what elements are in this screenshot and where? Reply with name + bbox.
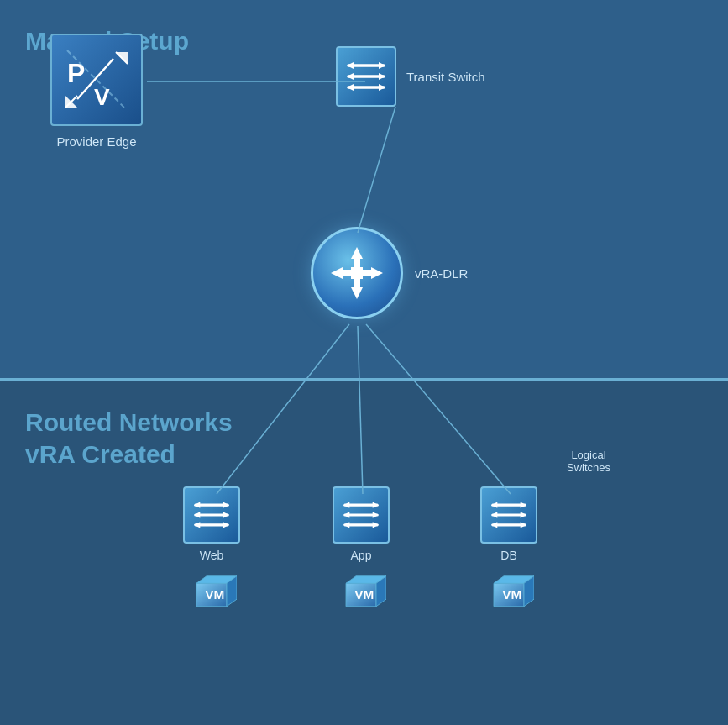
logical-switches-label: LogicalSwitches (567, 449, 610, 474)
vra-dlr-icon (311, 227, 403, 319)
provider-edge-icon: P V (50, 34, 143, 126)
svg-marker-18 (379, 84, 385, 91)
svg-marker-26 (331, 267, 343, 279)
svg-text:VM: VM (205, 587, 224, 602)
bottom-section: Routed Networks vRA Created LogicalSwitc… (0, 378, 728, 725)
db-node: DB VM (480, 486, 537, 611)
svg-text:VM: VM (354, 587, 374, 602)
svg-marker-37 (194, 502, 200, 507)
svg-marker-45 (373, 502, 379, 507)
svg-marker-62 (521, 522, 526, 528)
app-node: App VM (333, 486, 390, 611)
db-label: DB (500, 549, 516, 562)
svg-text:VM: VM (502, 587, 521, 602)
svg-marker-21 (347, 84, 354, 91)
app-vm-icon: VM (336, 569, 386, 611)
svg-marker-60 (521, 512, 526, 517)
app-switch-icon (333, 486, 390, 544)
svg-marker-64 (491, 512, 497, 517)
transit-switch-icon (336, 46, 396, 107)
routed-networks-label: Routed Networks vRA Created (25, 407, 233, 470)
provider-edge-node: P V Provider Edge (50, 34, 143, 149)
vra-dlr-label: vRA-DLR (415, 266, 468, 281)
web-label: Web (200, 549, 224, 562)
svg-marker-16 (379, 73, 385, 80)
app-label: App (351, 549, 372, 562)
db-switch-icon (480, 486, 537, 544)
db-vm-icon: VM (484, 569, 534, 611)
svg-marker-38 (194, 512, 200, 517)
svg-marker-47 (373, 512, 379, 517)
svg-marker-50 (343, 502, 349, 507)
svg-marker-19 (347, 62, 354, 69)
svg-marker-20 (347, 73, 354, 80)
web-vm-icon: VM (186, 569, 237, 611)
svg-marker-32 (223, 502, 229, 507)
web-switch-icon (183, 486, 240, 544)
svg-marker-63 (491, 502, 497, 507)
svg-marker-14 (379, 62, 385, 69)
svg-marker-28 (371, 267, 383, 279)
svg-marker-24 (351, 287, 363, 299)
svg-marker-34 (223, 512, 229, 517)
top-section: Manual Setup P V (0, 0, 728, 378)
transit-switch-label: Transit Switch (406, 70, 485, 84)
svg-marker-65 (491, 522, 497, 528)
svg-marker-51 (343, 512, 349, 517)
svg-rect-30 (351, 267, 363, 279)
vra-dlr-node: vRA-DLR (311, 227, 468, 319)
svg-marker-39 (194, 522, 200, 528)
svg-text:V: V (94, 84, 110, 110)
web-node: Web VM (183, 486, 240, 611)
svg-text:P: P (67, 58, 85, 88)
svg-marker-49 (373, 522, 379, 528)
svg-marker-58 (521, 502, 526, 507)
svg-marker-52 (343, 522, 349, 528)
provider-edge-label: Provider Edge (56, 134, 136, 149)
transit-switch-node: Transit Switch (336, 46, 485, 107)
svg-marker-36 (223, 522, 229, 528)
svg-marker-22 (351, 247, 363, 259)
